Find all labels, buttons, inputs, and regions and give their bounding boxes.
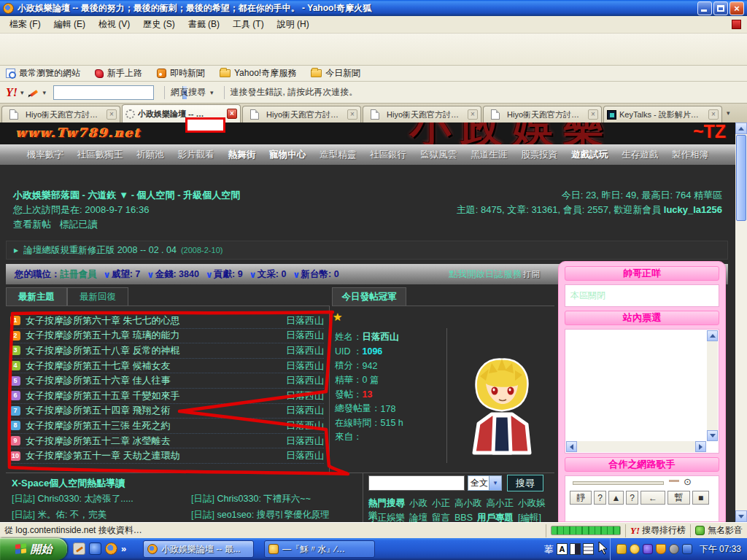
firefox-quicklaunch-icon[interactable]	[105, 542, 117, 555]
topic-author-link[interactable]: 日落西山	[279, 344, 324, 357]
topic-author-link[interactable]: 日落西山	[279, 314, 324, 327]
show-desktop-icon[interactable]	[73, 542, 85, 555]
close-button[interactable]: ×	[729, 1, 744, 15]
taskbar-window-messenger[interactable]: —『穌〃水』∕…	[264, 540, 375, 558]
forum-search-button[interactable]: 搜尋	[507, 475, 543, 491]
hot-keyword[interactable]: 小正娛樂	[368, 513, 405, 522]
player-stop-button[interactable]: ■	[692, 491, 709, 505]
topic-link[interactable]: 女子按摩診所第五十六章 佳人往事	[26, 374, 279, 387]
topic-author-link[interactable]: 日落西山	[279, 329, 324, 342]
pencil-icon[interactable]	[28, 88, 39, 98]
tab-close-icon[interactable]: ×	[107, 109, 117, 120]
tab-keytalks[interactable]: KeyTalks - 說影解片…×	[603, 106, 722, 122]
tab-latest-replies[interactable]: 最新回復	[67, 287, 128, 306]
player-knob-icon[interactable]: ⊙	[684, 476, 692, 487]
xspace-entry[interactable]: [日誌] Chris0330: 太誇張了.....	[12, 493, 133, 505]
taskbar-clock[interactable]: 下午 07:33	[700, 543, 741, 556]
nav-item[interactable]: 寵物中心	[269, 149, 306, 161]
tab-close-icon[interactable]: ×	[347, 109, 357, 120]
topic-author-link[interactable]: 日落西山	[279, 389, 324, 402]
nav-item[interactable]: 監獄風雲	[420, 149, 457, 161]
web-search-dropdown-icon[interactable]: ▾	[210, 89, 214, 96]
menu-tools[interactable]: 工具 (T)	[226, 16, 271, 33]
ime-language-icon[interactable]: 菶	[544, 543, 554, 556]
xspace-entry[interactable]: [日誌] Chris0330: 下禮拜六~~	[191, 493, 311, 505]
announcement-link[interactable]: 論壇總版規重新修正版 2008 -- 02 . 04	[23, 244, 177, 257]
player-button[interactable]: ?	[594, 491, 606, 505]
messenger-tray-icon[interactable]	[630, 544, 640, 554]
topic-link[interactable]: 女子按摩診第五十一章 天劫之連環劫	[26, 449, 279, 462]
hot-keyword[interactable]: 小政	[409, 498, 427, 508]
menu-view[interactable]: 檢視 (V)	[92, 16, 136, 33]
nav-item[interactable]: 熱舞街	[228, 149, 256, 161]
topic-link[interactable]: 女子按摩診所第五十四章 飛翔之術	[26, 404, 279, 417]
tab-today-champion[interactable]: 今日發帖冠軍	[332, 287, 406, 306]
addon-red-icon[interactable]	[732, 20, 741, 29]
breadcrumb[interactable]: 小政娛樂部落園 - 六道鉃 ▼ - 個人空間 - 升級個人空間	[13, 189, 240, 202]
messenger-icon[interactable]	[89, 542, 101, 555]
hot-keyword[interactable]: 留言	[432, 513, 450, 522]
maximize-button[interactable]	[713, 1, 728, 15]
taskbar-window-forum[interactable]: 小政娛樂論壇 -- 最...	[143, 540, 254, 558]
web-search-button[interactable]: 網頁搜尋	[171, 86, 206, 98]
tab-close-icon[interactable]: ×	[708, 109, 719, 120]
edit-link[interactable]: [編輯]	[518, 513, 541, 522]
nav-item[interactable]: 影片觀看	[178, 149, 214, 161]
bookmark-today-news[interactable]: 今日新聞	[311, 67, 360, 79]
tab-hiyo-4[interactable]: Hiyo衝天跑官方討…×	[483, 106, 602, 122]
topic-link[interactable]: 女子按摩診所第五十三張 生死之約	[26, 419, 279, 432]
bookmark-yahoo-services[interactable]: Yahoo!奇摩服務	[220, 67, 296, 79]
topic-author-link[interactable]: 日落西山	[279, 374, 324, 387]
topic-author-link[interactable]: 日落西山	[279, 404, 324, 417]
scroll-down-button[interactable]	[707, 430, 718, 441]
search-scope-select[interactable]: 全文 ▾	[468, 475, 502, 491]
nav-item[interactable]: 社區數獨王	[77, 149, 123, 161]
app-tray-icon[interactable]	[643, 544, 653, 554]
nav-item[interactable]: 祈願池	[136, 149, 164, 161]
topic-author-link[interactable]: 日落西山	[279, 359, 324, 373]
nav-item[interactable]: 遊戲試玩	[571, 149, 608, 161]
user-topics-label[interactable]: 用戶專題	[477, 513, 514, 522]
menu-file[interactable]: 檔案 (F)	[3, 16, 47, 33]
champion-name[interactable]: 日落西山	[363, 331, 399, 343]
tab-hiyo-2[interactable]: Hiyo衝天跑官方討…×	[242, 106, 361, 122]
connection-error-text[interactable]: 連接發生錯誤, 請按此再次連接。	[231, 86, 358, 98]
open-badge[interactable]: 打開	[523, 269, 541, 280]
tab-close-icon[interactable]: ×	[588, 109, 598, 120]
scroll-right-button[interactable]	[695, 441, 706, 452]
security-alert-tray-icon[interactable]	[656, 544, 666, 554]
yahoo-search-input[interactable]	[54, 86, 182, 99]
topic-link[interactable]: 女子按摩診所第六十章 朱七七的心思	[26, 314, 279, 327]
nav-item[interactable]: 造型精靈	[320, 149, 356, 161]
player-button[interactable]: ?	[626, 491, 638, 505]
minimize-button[interactable]	[697, 1, 712, 15]
topic-link[interactable]: 女子按摩診所第五十九章 琉璃的能力	[26, 329, 279, 342]
wretch-cell[interactable]: 無名影音	[690, 524, 747, 537]
menu-edit[interactable]: 編輯 (E)	[47, 16, 92, 33]
tab-latest-topics[interactable]: 最新主題	[6, 287, 67, 306]
ime-shape-icon[interactable]	[570, 543, 581, 555]
menu-history[interactable]: 歷史 (S)	[136, 16, 181, 33]
scroll-left-button[interactable]	[566, 441, 577, 452]
topic-link[interactable]: 女子按摩診所第五十八章 反常的神棍	[26, 344, 279, 357]
pencil-dropdown-icon[interactable]: ▾	[43, 89, 47, 96]
view-new-posts-link[interactable]: 查看新帖	[13, 219, 51, 230]
topic-link[interactable]: 女子按摩診所第五十五章 千變如來手	[26, 389, 279, 402]
yahoo-search-combo[interactable]: ▾	[53, 85, 154, 100]
nav-item[interactable]: 黑道生涯	[471, 149, 507, 161]
player-pause-button[interactable]: 暫	[667, 491, 690, 505]
nav-item[interactable]: 生存遊戲	[622, 149, 658, 161]
bookmark-latest-news[interactable]: 即時新聞	[157, 67, 205, 79]
new-member-link[interactable]: lucky_la1256	[664, 204, 722, 215]
topic-author-link[interactable]: 日落西山	[279, 419, 324, 432]
hot-keyword[interactable]: 論壇	[409, 513, 427, 522]
topic-link[interactable]: 女子按摩診所第五十七章 候補女友	[26, 359, 279, 373]
mail-tray-icon[interactable]	[616, 544, 627, 554]
scrollbar-track[interactable]	[707, 341, 718, 430]
mark-read-link[interactable]: 標記已讀	[60, 219, 98, 230]
menu-bookmarks[interactable]: 書籤 (B)	[182, 16, 226, 33]
scroll-down-button[interactable]	[735, 510, 747, 522]
nav-item[interactable]: 製作相簿	[672, 149, 708, 161]
scroll-up-button[interactable]	[735, 122, 747, 134]
nav-item[interactable]: 社區銀行	[370, 149, 406, 161]
